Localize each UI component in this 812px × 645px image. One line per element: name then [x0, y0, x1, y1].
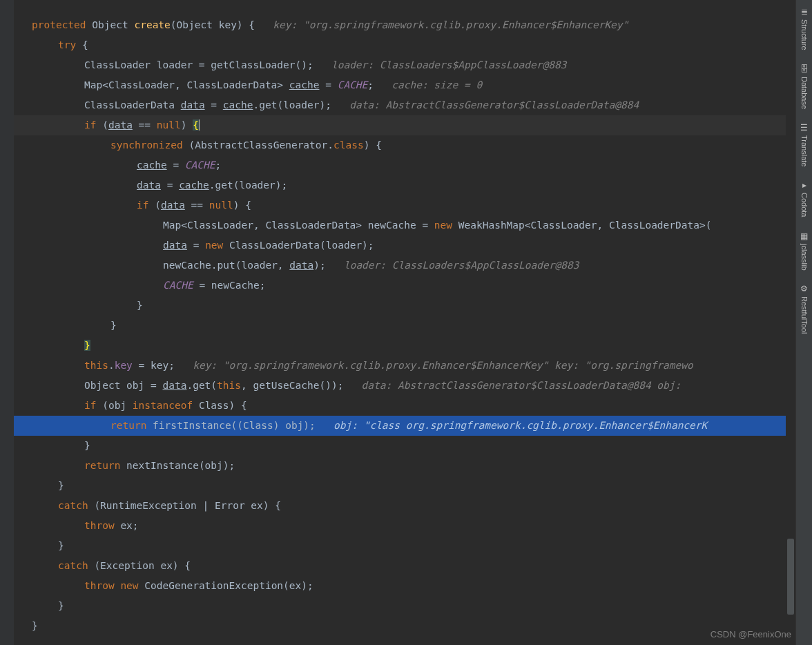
text-caret	[199, 119, 200, 131]
scroll-thumb[interactable]	[787, 539, 794, 615]
code-line-execution: return firstInstance((Class) obj); obj: …	[14, 416, 795, 436]
code-line: catch (Exception ex) {	[14, 556, 795, 576]
code-line-current: if (data == null) {	[14, 115, 795, 135]
code-line: cache = CACHE;	[14, 155, 795, 175]
code-line: Object obj = data.get(this, getUseCache(…	[14, 376, 795, 396]
code-line: }	[14, 596, 795, 616]
code-line: data = new ClassLoaderData(loader);	[14, 235, 795, 256]
code-line: return nextInstance(obj);	[14, 456, 795, 476]
code-line: protected Object create(Object key) { ke…	[14, 15, 795, 35]
code-line: newCache.put(loader, data); loader: Clas…	[14, 256, 795, 276]
code-line: data = cache.get(loader);	[14, 175, 795, 195]
code-line: Map<ClassLoader, ClassLoaderData> newCac…	[14, 215, 795, 235]
code-line: }	[14, 476, 795, 496]
translate-icon: ☰	[800, 123, 808, 133]
jclasslib-icon: ▦	[800, 231, 808, 241]
code-line: }	[14, 336, 795, 356]
code-line: }	[14, 316, 795, 336]
gutter	[0, 0, 14, 645]
code-line: try {	[14, 35, 795, 55]
code-line: if (data == null) {	[14, 195, 795, 215]
structure-icon: ≣	[801, 7, 808, 17]
code-line: synchronized (AbstractClassGenerator.cla…	[14, 135, 795, 155]
tool-database[interactable]: 🗄Database	[800, 61, 809, 112]
code-line: }	[14, 436, 795, 456]
tool-restfultool[interactable]: ⚙RestfulTool	[800, 281, 809, 336]
codota-icon: ▸	[802, 180, 806, 190]
code-line: if (obj instanceof Class) {	[14, 396, 795, 416]
code-line: }	[14, 296, 795, 316]
tool-translate[interactable]: ☰Translate	[800, 120, 809, 169]
code-area: protected Object create(Object key) { ke…	[14, 0, 795, 636]
vertical-scrollbar[interactable]	[786, 0, 795, 645]
code-line: this.key = key; key: "org.springframewor…	[14, 356, 795, 376]
code-line: catch (RuntimeException | Error ex) {	[14, 496, 795, 516]
code-line: throw new CodeGenerationException(ex);	[14, 576, 795, 596]
code-line: }	[14, 616, 795, 636]
code-editor[interactable]: protected Object create(Object key) { ke…	[0, 0, 795, 645]
right-tool-sidebar: ≣Structure 🗄Database ☰Translate ▸Codota …	[795, 0, 812, 645]
tool-jclasslib[interactable]: ▦jclasslib	[800, 229, 809, 273]
database-icon: 🗄	[800, 64, 809, 74]
code-line: ClassLoaderData data = cache.get(loader)…	[14, 95, 795, 115]
tool-structure[interactable]: ≣Structure	[800, 4, 809, 53]
restful-icon: ⚙	[800, 284, 808, 293]
code-line: CACHE = newCache;	[14, 276, 795, 296]
code-line: }	[14, 536, 795, 556]
tool-codota[interactable]: ▸Codota	[800, 177, 809, 220]
code-line: Map<ClassLoader, ClassLoaderData> cache …	[14, 75, 795, 95]
watermark: CSDN @FeenixOne	[710, 629, 791, 639]
code-line: ClassLoader loader = getClassLoader(); l…	[14, 55, 795, 75]
code-line: throw ex;	[14, 516, 795, 536]
